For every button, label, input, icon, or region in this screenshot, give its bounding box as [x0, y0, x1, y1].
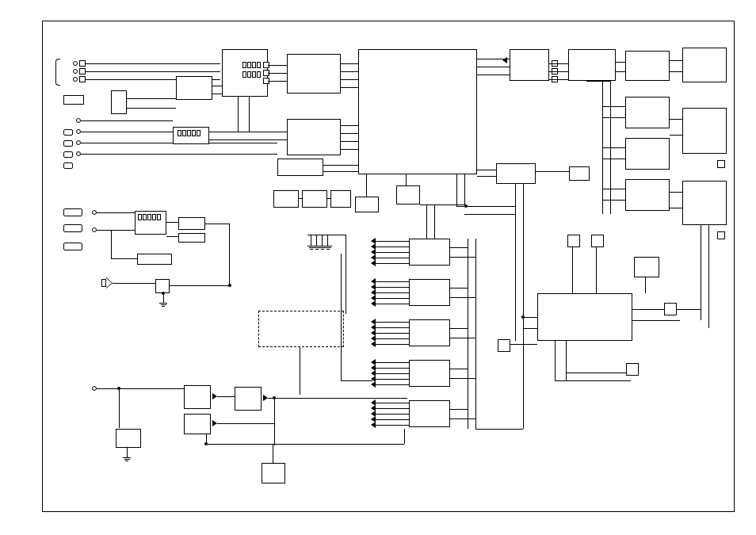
- block-r-top1: [510, 49, 549, 81]
- block-ml-4: [137, 254, 172, 265]
- block-ms2: [302, 190, 327, 208]
- display-icon-2: [242, 71, 261, 78]
- block-ms4: [355, 197, 379, 212]
- block-r-top2: [625, 51, 670, 81]
- block-r-mid: [496, 163, 536, 184]
- block-r-smD: [591, 235, 604, 247]
- block-optional-area: [258, 311, 344, 347]
- block-r-b2: [682, 181, 727, 225]
- block-r-smB: [664, 303, 677, 315]
- block-stack-3: [409, 319, 450, 346]
- gnd-icon-pwr: [123, 457, 131, 461]
- port-housing-mid-3: [63, 151, 73, 158]
- block-bl-a: [184, 385, 211, 409]
- port-housing-mid-4: [63, 162, 73, 169]
- block-bl-b: [184, 414, 211, 434]
- block-ms1: [273, 190, 299, 208]
- jack-icon-top-1: [79, 60, 86, 67]
- block-ml-2: [178, 217, 205, 230]
- panel-pill-3: [63, 243, 82, 250]
- block-mid-low1: [277, 159, 323, 176]
- block-top-left: [176, 76, 212, 100]
- block-left-label: [63, 95, 84, 105]
- jack-icon-top-2: [79, 68, 86, 75]
- port-in-top-3: [73, 77, 78, 82]
- port-housing-mid-1: [63, 129, 73, 136]
- amp-icon-top右: [502, 57, 507, 63]
- block-stack-1: [409, 239, 450, 266]
- block-ml-3: [178, 233, 205, 243]
- icon-sq-b1: [717, 160, 725, 168]
- gnd-icon-4: [324, 246, 332, 250]
- block-main-processor: [358, 49, 477, 174]
- port-housing-mid-2: [63, 140, 73, 147]
- panel-pill-1: [63, 208, 82, 216]
- block-r-smA: [634, 257, 659, 277]
- block-top-mid1: [287, 54, 341, 94]
- display-icon-4: [138, 214, 161, 220]
- block-r-b1: [682, 108, 727, 154]
- schematic-stage: [0, 0, 756, 535]
- block-top-mid2: [287, 119, 341, 155]
- block-r-a1: [625, 97, 670, 128]
- block-stack-4: [409, 360, 450, 387]
- io-brace-top: [55, 59, 60, 86]
- gnd-icon-spk: [159, 303, 167, 307]
- block-r-a3: [625, 179, 670, 211]
- block-bl-c: [235, 387, 262, 411]
- block-ms5: [396, 185, 420, 204]
- block-r-smF: [498, 339, 510, 352]
- block-r-smE: [626, 363, 639, 376]
- block-bl-d: [116, 429, 141, 448]
- port-in-top-1: [73, 61, 78, 66]
- display-icon-1: [242, 62, 261, 68]
- block-stack-5: [409, 400, 450, 427]
- display-icon-3: [178, 130, 200, 136]
- panel-pill-2: [63, 224, 82, 232]
- block-bl-e: [262, 463, 285, 483]
- block-stack-2: [409, 279, 450, 306]
- block-r-top1b: [568, 49, 616, 81]
- block-connector-1: [111, 90, 127, 114]
- jack-icon-top-3: [79, 76, 86, 82]
- icon-sq-b2: [717, 231, 725, 239]
- block-r-a2: [625, 138, 670, 170]
- block-r-top3: [682, 48, 727, 82]
- block-ms3: [330, 190, 351, 208]
- block-r-midsm: [569, 166, 590, 181]
- block-r-main: [537, 293, 632, 341]
- block-r-smC: [567, 235, 580, 247]
- port-in-top-2: [73, 69, 78, 74]
